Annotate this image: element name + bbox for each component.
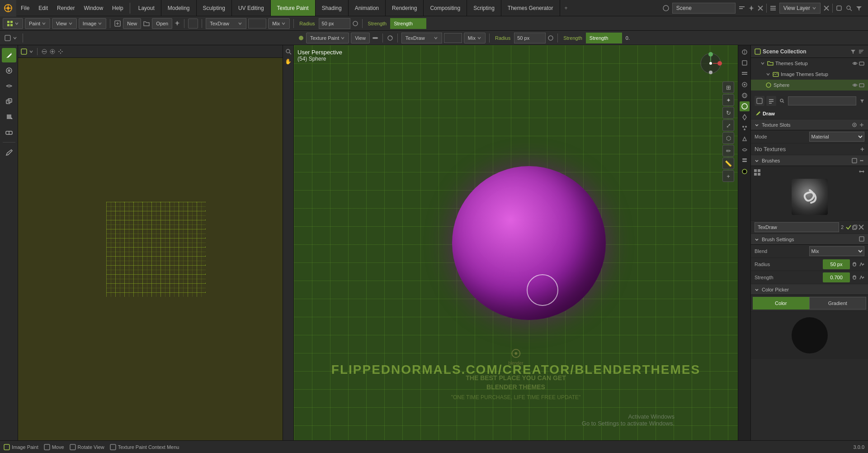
tex-draw-selector2[interactable]: TexDraw xyxy=(401,33,442,43)
vrt-select-btn[interactable]: ⊞ xyxy=(722,81,734,93)
eye-icon-sphere[interactable] xyxy=(852,82,858,88)
fill-tool-btn[interactable] xyxy=(2,110,16,124)
bs-options-icon[interactable] xyxy=(859,236,864,242)
color-swatch-large[interactable] xyxy=(792,317,828,353)
strength-input-rp[interactable] xyxy=(823,272,850,282)
scene-input[interactable] xyxy=(672,3,736,14)
workspace-icon-btn[interactable] xyxy=(3,18,23,29)
texture-paint-btn[interactable]: Texture Paint xyxy=(306,33,349,43)
color-swatch-small[interactable] xyxy=(188,19,198,29)
vrt-move-btn[interactable]: ✦ xyxy=(722,94,734,106)
menu-file[interactable]: File xyxy=(16,0,34,16)
strength-lock-icon[interactable] xyxy=(852,275,857,280)
open-btn[interactable]: Open xyxy=(152,18,172,29)
close-viewlayer-icon[interactable] xyxy=(823,5,830,11)
tab-compositing[interactable]: Compositing xyxy=(424,0,467,16)
draw-tool-btn[interactable] xyxy=(2,48,16,62)
radius-pressure-icon[interactable] xyxy=(859,262,864,267)
brush-expand-icon[interactable] xyxy=(858,169,865,176)
brushes-options-icon[interactable] xyxy=(852,158,857,163)
filter-collection-icon[interactable] xyxy=(850,48,856,55)
zoom-out-icon[interactable] xyxy=(41,48,47,55)
image-themes-setup-item[interactable]: Image Themes Setup xyxy=(751,69,868,80)
menu-edit[interactable]: Edit xyxy=(34,0,52,16)
view-layer-selector[interactable]: View Layer xyxy=(779,3,821,14)
pan-icon[interactable] xyxy=(57,48,64,55)
prop-constraints-icon[interactable] xyxy=(740,145,750,155)
prop-output-icon[interactable] xyxy=(740,58,750,68)
search-icon[interactable] xyxy=(845,5,853,12)
eye-icon-ts[interactable] xyxy=(852,61,858,66)
view-menu-btn[interactable]: View xyxy=(52,18,77,29)
viewport-eye-icon-ts[interactable] xyxy=(859,61,864,66)
tab-uv-editing[interactable]: UV Editing xyxy=(232,0,271,16)
clone-tool-btn[interactable] xyxy=(2,94,16,109)
tab-layout[interactable]: Layout xyxy=(132,0,161,16)
prop-material-icon[interactable] xyxy=(740,167,750,176)
brush-settings-header[interactable]: Brush Settings xyxy=(751,234,868,245)
prop-view-layer-icon[interactable] xyxy=(740,69,750,79)
prop-world-icon[interactable] xyxy=(740,91,750,100)
brushes-header[interactable]: Brushes xyxy=(751,155,868,166)
radius-input-tb2[interactable] xyxy=(514,33,546,43)
new-btn[interactable]: New xyxy=(123,18,141,29)
filter-icon[interactable] xyxy=(855,5,863,12)
search-icon-props[interactable] xyxy=(780,99,784,103)
ts-add-icon[interactable] xyxy=(859,122,864,128)
prop-icon-btn2[interactable] xyxy=(766,96,776,106)
brush-delete-icon[interactable] xyxy=(858,224,864,230)
image-canvas-area[interactable] xyxy=(18,58,293,440)
color-btn[interactable]: Color xyxy=(753,297,809,310)
prop-modifier-icon[interactable] xyxy=(740,112,750,122)
tab-shading[interactable]: Shading xyxy=(316,0,349,16)
mix-selector-tb2[interactable]: Mix xyxy=(464,33,486,43)
viewport-nav-widget[interactable] xyxy=(697,50,724,77)
gradient-btn[interactable]: Gradient xyxy=(809,297,867,310)
prop-icon-btn1[interactable] xyxy=(755,96,764,106)
brushes-expand-icon[interactable] xyxy=(859,158,864,163)
tab-texture-paint[interactable]: Texture Paint xyxy=(271,0,316,16)
color-swatch-area[interactable] xyxy=(751,312,868,359)
tab-animation[interactable]: Animation xyxy=(349,0,386,16)
prop-data-icon[interactable] xyxy=(740,156,750,166)
blender-logo[interactable] xyxy=(0,0,16,16)
prop-particles-icon[interactable] xyxy=(740,123,750,133)
tab-rendering[interactable]: Rendering xyxy=(386,0,424,16)
soften-tool-btn[interactable] xyxy=(2,63,16,78)
vrt-rotate-btn[interactable]: ↻ xyxy=(722,107,734,119)
zoom-in-icon[interactable] xyxy=(49,48,56,55)
radius-input-rp[interactable] xyxy=(823,259,850,269)
tex-draw-selector[interactable]: TexDraw xyxy=(206,18,246,29)
filter-icon-props[interactable] xyxy=(860,99,864,103)
ipr-pan-btn[interactable]: ✋ xyxy=(284,57,293,66)
sort-collection-icon[interactable] xyxy=(858,48,864,55)
radius-input-tb[interactable] xyxy=(319,18,350,29)
add-texture-btn[interactable]: + xyxy=(860,145,864,153)
prop-physics-icon[interactable] xyxy=(740,134,750,144)
strength-pressure-icon[interactable] xyxy=(859,275,864,280)
menu-help[interactable]: Help xyxy=(108,0,128,16)
smear-tool-btn[interactable] xyxy=(2,79,16,93)
ipr-zoom-btn[interactable] xyxy=(284,47,293,56)
annotate-btn[interactable] xyxy=(2,145,16,160)
radius-lock-icon[interactable] xyxy=(852,262,857,267)
mix-selector-tb[interactable]: Mix xyxy=(268,18,290,29)
tab-modeling[interactable]: Modeling xyxy=(161,0,197,16)
brush-check-icon[interactable] xyxy=(845,224,852,230)
viewport-eye-icon-sphere[interactable] xyxy=(859,82,864,88)
prop-scene-icon[interactable] xyxy=(740,80,750,90)
close-scene-icon[interactable] xyxy=(757,5,764,11)
vrt-add-btn[interactable]: + xyxy=(722,170,734,182)
brush-name-input[interactable]: TexDraw xyxy=(755,222,839,232)
texture-slots-header[interactable]: Texture Slots xyxy=(751,119,868,130)
prop-render-icon[interactable] xyxy=(740,47,750,57)
vrt-transform-btn[interactable]: ⬡ xyxy=(722,132,734,144)
prop-object-icon[interactable] xyxy=(740,101,750,111)
blend-selector[interactable]: Mix xyxy=(809,246,865,256)
mode-selector[interactable]: Material xyxy=(809,132,865,142)
ts-options-icon[interactable] xyxy=(852,122,857,128)
3d-viewport[interactable]: User Perspective (54) Sphere FLIPPEDNORM… xyxy=(294,45,738,440)
vrt-measure-btn[interactable]: 📏 xyxy=(722,157,734,169)
paint-menu-btn[interactable]: Paint xyxy=(25,18,50,29)
brush-preview[interactable] xyxy=(792,179,828,215)
